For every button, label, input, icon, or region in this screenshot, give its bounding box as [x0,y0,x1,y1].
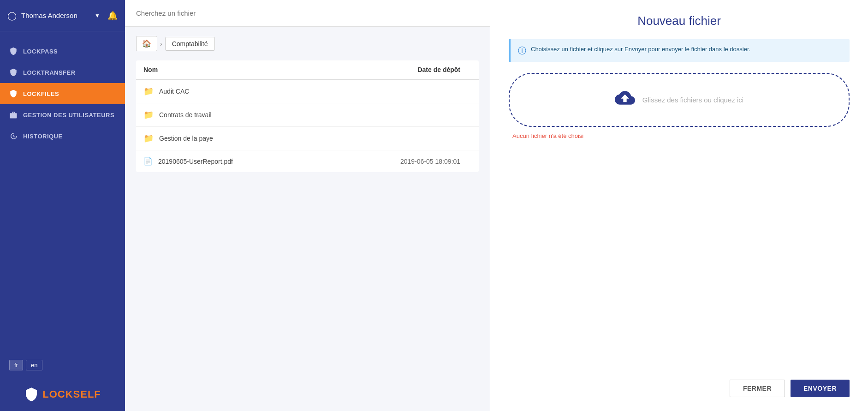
no-file-text: Aucun fichier n'a été choisi [512,132,850,139]
cloud-upload-icon [615,88,635,112]
lang-en-button[interactable]: en [26,360,42,370]
sidebar-item-locktransfer-label: LOCKTRANSFER [23,69,76,76]
file-name-cell[interactable]: 📄 20190605-UserReport.pdf [143,157,316,166]
file-name: Audit CAC [159,88,189,95]
file-name-cell[interactable]: 📁 Gestion de la paye [143,133,316,143]
sidebar-item-gestion[interactable]: GESTION DES UTILISATEURS [0,104,125,125]
briefcase-icon [9,111,18,119]
home-button[interactable]: 🏠 [136,36,157,51]
sidebar-item-gestion-label: GESTION DES UTILISATEURS [23,112,114,119]
search-input[interactable] [136,9,479,17]
table-row[interactable]: 📄 20190605-UserReport.pdf 2019-06-05 18:… [136,150,479,173]
upload-area[interactable]: Glissez des fichiers ou cliquez ici [509,73,850,127]
sidebar-item-lockpass-label: LOCKPASS [23,48,58,55]
file-name: Gestion de la paye [159,135,213,142]
breadcrumb: 🏠 › Comptabilité [136,36,479,51]
search-bar [125,0,490,27]
history-icon [9,132,18,140]
sidebar-nav: LOCKPASS LOCKTRANSFER LOCKFILES GESTION … [0,31,125,352]
folder-icon: 📁 [143,110,154,120]
close-button[interactable]: FERMER [730,380,785,397]
table-row[interactable]: 📁 Audit CAC [136,79,479,103]
file-table: Nom Date de dépôt 📁 Audit CAC [136,60,479,172]
chevron-down-icon: ▼ [95,12,100,19]
folder-icon: 📁 [143,86,154,96]
breadcrumb-separator: › [160,40,162,48]
folder-icon: 📁 [143,133,154,143]
table-row[interactable]: 📁 Contrats de travail [136,103,479,127]
file-date [324,79,479,103]
file-date [324,103,479,127]
lang-fr-button[interactable]: fr [9,360,23,370]
bell-icon[interactable]: 🔔 [107,11,118,21]
logo-text: LOCKSELF [42,388,101,400]
sidebar-item-lockpass[interactable]: LOCKPASS [0,41,125,62]
panel-title: Nouveau fichier [509,14,850,28]
right-panel: Nouveau fichier ⓘ Choisissez un fichier … [490,0,868,411]
send-button[interactable]: ENVOYER [791,380,850,397]
user-name: Thomas Anderson [21,12,95,19]
sidebar-item-historique-label: HISTORIQUE [23,133,63,140]
panel-footer: FERMER ENVOYER [509,370,850,397]
file-name: 20190605-UserReport.pdf [158,158,233,165]
info-icon: ⓘ [518,45,526,56]
main-content: 🏠 › Comptabilité Nom Date de dépôt 📁 Aud… [125,0,490,411]
sidebar: ◯ Thomas Anderson ▼ 🔔 LOCKPASS LOCKTRANS… [0,0,125,411]
lockself-logo-icon [24,387,39,402]
logo: LOCKSELF [0,378,125,411]
user-icon: ◯ [7,11,17,21]
sidebar-item-locktransfer[interactable]: LOCKTRANSFER [0,62,125,83]
file-date: 2019-06-05 18:09:01 [324,150,479,173]
file-browser: 🏠 › Comptabilité Nom Date de dépôt 📁 Aud… [125,27,490,411]
file-name-cell[interactable]: 📁 Contrats de travail [143,110,316,120]
breadcrumb-current[interactable]: Comptabilité [165,37,215,51]
sidebar-item-lockfiles-label: LOCKFILES [23,90,59,97]
user-header[interactable]: ◯ Thomas Anderson ▼ 🔔 [0,0,125,31]
pdf-icon: 📄 [143,157,153,166]
table-row[interactable]: 📁 Gestion de la paye [136,127,479,150]
sidebar-item-lockfiles[interactable]: LOCKFILES [0,83,125,104]
info-text: Choisissez un fichier et cliquez sur Env… [531,45,750,54]
shield-icon [9,47,18,55]
file-name: Contrats de travail [159,111,212,119]
info-box: ⓘ Choisissez un fichier et cliquez sur E… [509,39,850,62]
file-date [324,127,479,150]
file-name-cell[interactable]: 📁 Audit CAC [143,86,316,96]
upload-text: Glissez des fichiers ou cliquez ici [642,96,743,104]
col-header-name: Nom [136,60,324,79]
language-switcher: fr en [0,352,125,378]
col-header-date: Date de dépôt [324,60,479,79]
shield-icon-2 [9,68,18,77]
shield-icon-3 [9,89,18,98]
sidebar-item-historique[interactable]: HISTORIQUE [0,125,125,147]
